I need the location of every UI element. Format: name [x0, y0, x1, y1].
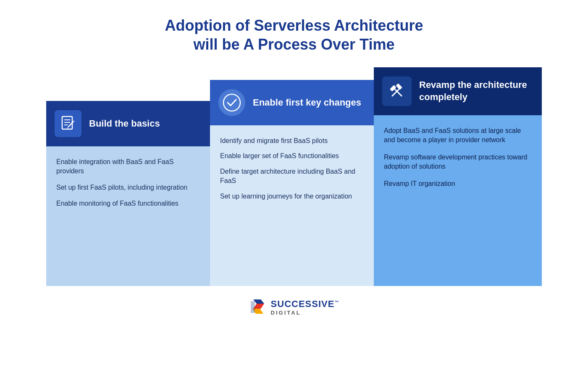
col2-item-3: Define target architecture including Baa…	[220, 167, 364, 186]
col2-title: Enable first key changes	[253, 97, 361, 108]
diagram-container: Build the basics Enable integration with…	[46, 67, 542, 286]
col2-item-2: Enable larger set of FaaS functionalitie…	[220, 151, 364, 161]
column-revamp-architecture: Revamp the architecture completely Adopt…	[374, 67, 542, 286]
successive-text: SUCCESSIVE	[271, 299, 335, 309]
col3-item-3: Revamp IT organization	[384, 179, 532, 188]
document-icon	[55, 110, 81, 137]
tm-symbol: ™	[334, 299, 339, 304]
successive-logo-icon	[249, 298, 268, 316]
column-enable-changes: Enable first key changes Identify and mi…	[210, 80, 374, 286]
col3-item-2: Revamp software development practices to…	[384, 153, 532, 172]
page-title: Adoption of Serverless Architecture will…	[165, 16, 423, 54]
col1-header: Build the basics	[46, 101, 210, 146]
column-build-basics: Build the basics Enable integration with…	[46, 101, 210, 286]
col3-header: Revamp the architecture completely	[374, 67, 542, 115]
brand-sub: DIGITAL	[271, 310, 339, 316]
logo-text: SUCCESSIVE™ DIGITAL	[271, 299, 339, 316]
svg-line-6	[68, 127, 68, 128]
col1-item-3: Enable monitoring of FaaS functionalitie…	[56, 199, 200, 208]
col1-item-2: Set up first FaaS pilots, including inte…	[56, 183, 200, 192]
col3-body: Adopt BaaS and FaaS solutions at large s…	[374, 115, 542, 286]
col2-item-1: Identify and migrate first BaaS pilots	[220, 136, 364, 146]
col3-item-1: Adopt BaaS and FaaS solutions at large s…	[384, 126, 532, 145]
col2-item-4: Set up learning journeys for the organiz…	[220, 192, 364, 201]
col2-header: Enable first key changes	[210, 80, 374, 125]
checkmark-icon	[218, 89, 245, 116]
title-line2: will be A Process Over Time	[194, 36, 395, 53]
svg-line-5	[73, 121, 74, 122]
col1-title: Build the basics	[89, 118, 160, 129]
svg-marker-15	[251, 301, 255, 313]
tools-icon	[382, 77, 412, 106]
brand-logo: SUCCESSIVE™ DIGITAL	[249, 298, 339, 316]
title-line1: Adoption of Serverless Architecture	[165, 17, 423, 34]
col2-body: Identify and migrate first BaaS pilots E…	[210, 125, 374, 286]
footer: SUCCESSIVE™ DIGITAL	[249, 298, 339, 316]
col1-body: Enable integration with BaaS and FaaS pr…	[46, 146, 210, 286]
col3-title: Revamp the architecture completely	[419, 79, 533, 103]
col1-item-1: Enable integration with BaaS and FaaS pr…	[56, 157, 200, 176]
brand-name: SUCCESSIVE™	[271, 299, 339, 310]
svg-point-7	[223, 94, 240, 111]
